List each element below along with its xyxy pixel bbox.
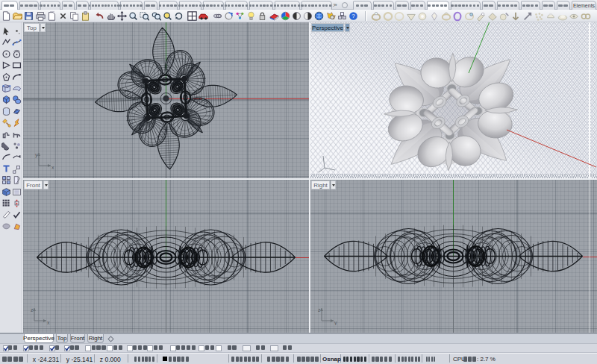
svg-text:y: y [334,320,337,325]
svg-text:z: z [31,307,34,313]
svg-text:y: y [35,152,38,158]
svg-text:x: x [47,320,50,325]
svg-text:?: ? [351,13,355,19]
svg-text:z: z [318,307,321,313]
svg-text:x: x [51,165,54,170]
